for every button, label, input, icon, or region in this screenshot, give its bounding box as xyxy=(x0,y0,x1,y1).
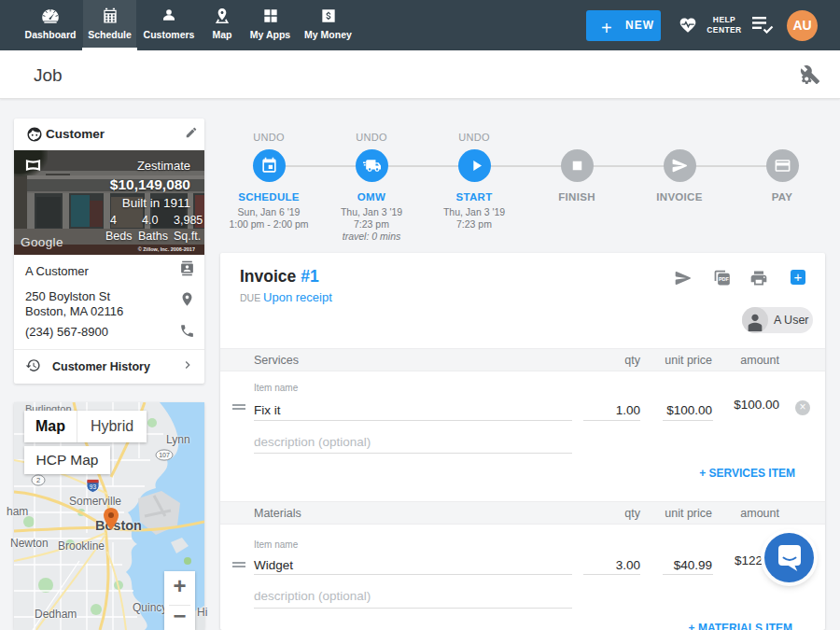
svg-text:PDF: PDF xyxy=(719,276,730,282)
svg-text:93: 93 xyxy=(90,483,97,490)
svg-text:107: 107 xyxy=(159,452,170,458)
svg-text:2: 2 xyxy=(36,476,40,484)
